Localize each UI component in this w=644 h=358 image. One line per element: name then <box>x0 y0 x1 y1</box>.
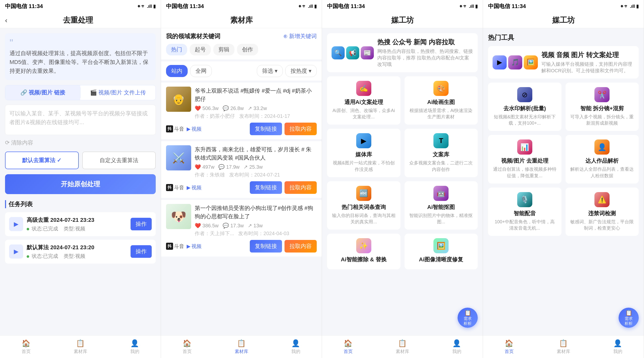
filter-web[interactable]: 全网 <box>190 65 212 77</box>
feature-copy-lib[interactable]: T 文案库 众多视频文案合集，二进行二次内容创作 <box>405 129 478 177</box>
nav-materials-2[interactable]: 📋 素材库 <box>235 339 248 354</box>
feature-ai-cutout[interactable]: 🤖 Ai智能抠图 智能识别照片中的物体，精准抠图... <box>405 181 478 230</box>
clear-btn[interactable]: ⟳ 清除内容 <box>5 139 156 147</box>
keyword-tag-3[interactable]: 创作 <box>237 44 258 55</box>
fab-demand-4[interactable]: 📋 需求析析 <box>619 308 639 328</box>
ai-cutout-name: Ai智能抠图 <box>427 203 455 211</box>
content-top-1: ⚔️ 东升西落，南来北往，雄爱可抵，岁月漫长 # 朱铁雄式国风变装 #国风合伙人… <box>166 145 317 178</box>
nav-home-3[interactable]: 🏠 首页 <box>344 339 353 354</box>
copy-btn-2[interactable]: 复制链接 <box>250 240 282 253</box>
ai-cutout-icon: 🤖 <box>433 186 449 201</box>
keyword-tag-2[interactable]: 剪辑 <box>213 44 234 55</box>
nav-profile-4[interactable]: 👤 我的 <box>613 339 622 354</box>
content-desc-2: 第一个因推销员受害的小狗出现了#创作灵感 #狗狗的心思都写在脸上了 <box>195 204 317 221</box>
extract-btn-2[interactable]: 拉取内容 <box>285 240 317 253</box>
feature-hot-terms[interactable]: 🔤 热门相关词条查询 输入你的目标词条，查询与其相关的真实用... <box>327 181 400 230</box>
feature-ai-clarity[interactable]: 🖼️ Ai图像清晰度修复 <box>405 234 478 269</box>
custom-algo-btn[interactable]: 自定义去重算法 <box>82 152 156 169</box>
keyword-tag-0[interactable]: 热门 <box>166 44 187 55</box>
copy-btn-0[interactable]: 复制链接 <box>250 123 282 135</box>
nav-home-1[interactable]: 🏠 首页 <box>22 339 31 354</box>
ai-erase-name: Ai智能擦除 & 替换 <box>341 256 387 263</box>
task-op-btn-0[interactable]: 操作 <box>131 218 152 230</box>
hot-terms-desc: 输入你的目标词条，查询与其相关的真实用... <box>332 212 396 225</box>
page-title-4: 媒工坊 <box>488 15 639 25</box>
feature-media-lib[interactable]: ▶ 媒体库 视频&图片一站式搜索，不怕创作没灵感 <box>327 129 400 177</box>
feature-banned-words[interactable]: ⚠️ 违禁词检测 敏感词、新广告法规范，平台限制词，检查更安心 <box>566 188 639 236</box>
task-op-btn-1[interactable]: 操作 <box>131 245 152 258</box>
nav-materials-label-3: 素材库 <box>396 348 409 354</box>
kol-analysis-desc: 解析达人全部作品列表，查看达人粉丝数据 <box>570 166 634 179</box>
filter-screen-dropdown[interactable]: 筛选 ▾ <box>257 65 283 77</box>
default-algo-btn[interactable]: 默认去重算法 ✓ <box>5 152 79 169</box>
filter-insite[interactable]: 站内 <box>166 65 188 77</box>
extract-btn-1[interactable]: 拉取内容 <box>285 181 317 194</box>
ai-draw-desc: 根据描述场景需求，Ai快速渲染生产图片素材 <box>409 108 473 120</box>
feature-smart-voice[interactable]: 🎙️ 智能配音 100+中配音角色，听中情，高清发音毫无机... <box>488 188 561 236</box>
keyword-tag-1[interactable]: 起号 <box>190 44 211 55</box>
fab-label-4: 需求析析 <box>625 316 633 326</box>
content-text-2: 第一个因推销员受害的小狗出现了#创作灵感 #狗狗的心思都写在脸上了 ❤️ 386… <box>195 204 317 237</box>
video-convert-banner[interactable]: ▶ 🎵 🖼️ 视频 音频 图片 转文案处理 可输入媒体平台视频链接，支持图片内容… <box>488 46 639 79</box>
start-process-btn[interactable]: 开始原创处理 <box>5 174 156 194</box>
panel-body-4: 热门工具 ▶ 🎵 🖼️ 视频 音频 图片 转文案处理 可输入媒体平台视频链接，支… <box>483 28 644 335</box>
tab-link[interactable]: 🔗 视频/图片 链接 <box>5 85 80 100</box>
feature-ai-erase[interactable]: ✨ Ai智能擦除 & 替换 <box>327 234 400 269</box>
bottom-nav-1: 🏠 首页 📋 素材库 👤 我的 <box>0 335 161 358</box>
nav-home-2[interactable]: 🏠 首页 <box>183 339 192 354</box>
nav-home-label-2: 首页 <box>183 348 192 354</box>
nav-profile-3[interactable]: 👤 我的 <box>452 339 461 354</box>
page-title-3: 媒工坊 <box>327 15 478 25</box>
feature-kol-analysis[interactable]: 👤 达人作品解析 解析达人全部作品列表，查看达人粉丝数据 <box>566 135 639 183</box>
panel-medialab1: 中国电信 11:34 ◎ ᯤ .ıll ▮ 媒工坊 🔍 📢 📰 热搜 公众号 新… <box>322 0 483 358</box>
tab-file[interactable]: 🎬 视频/图片 文件上传 <box>80 85 155 100</box>
feature-split-mix[interactable]: ✂️ 智能 拆分镜+混剪 可导入多个视频，拆分镜头，重新混剪成新视频 <box>566 83 639 131</box>
hot-search-banner[interactable]: 🔍 📢 📰 热搜 公众号 新闻 内容拉取 网络热点内容拉取，热搜榜、热词搜索、链… <box>327 33 478 72</box>
platform-icon-1: 抖 <box>166 184 173 191</box>
split-mix-icon: ✂️ <box>594 87 610 102</box>
back-button[interactable]: ‹ <box>5 16 7 24</box>
feature-ai-copywrite[interactable]: ✍️ 通用Ai文案处理 Ai原创、润色、改编等，众多Ai文案处理... <box>327 76 400 125</box>
task-item-0: ▶ 高级去重 2024-07-21 23:23 状态:已完成 类型:视频 操作 <box>5 212 156 236</box>
nav-materials-3[interactable]: 📋 素材库 <box>396 339 409 354</box>
hot-terms-name: 热门相关词条查询 <box>342 203 386 211</box>
feature-dedup2[interactable]: 📊 视频/图片 去重处理 通过自创算法，修改视频多种特征值，降低重复... <box>488 135 561 183</box>
panel-medialab2: 中国电信 11:34 ◎ ᯤ .ıll ▮ 媒工坊 热门工具 ▶ 🎵 🖼️ 视频… <box>483 0 644 358</box>
hot-tools-title: 热门工具 <box>488 33 639 42</box>
ai-cutout-desc: 智能识别照片中的物体，精准抠图... <box>409 212 473 225</box>
panel-body-3: 🔍 📢 📰 热搜 公众号 新闻 内容拉取 网络热点内容拉取，热搜榜、热词搜索、链… <box>322 28 483 335</box>
content-bottom-2: 抖 斗音 ▶ 视频 复制链接 拉取内容 <box>166 240 317 253</box>
feature-ai-draw[interactable]: 🎨 Ai绘画生图 根据描述场景需求，Ai快速渲染生产图片素材 <box>405 76 478 125</box>
extract-btn-0[interactable]: 拉取内容 <box>285 123 317 135</box>
platform-badge-0: 抖 斗音 <box>166 125 184 132</box>
status-bar-1: 中国电信 11:34 ◎ ᯤ .ıll ▮ <box>0 0 161 13</box>
materials-icon-4: 📋 <box>559 339 568 347</box>
task-status-0: 状态:已完成 类型:视频 <box>27 225 127 232</box>
copy-btn-1[interactable]: 复制链接 <box>250 181 282 194</box>
nav-profile-1[interactable]: 👤 我的 <box>130 339 139 354</box>
watermark-icon: ⊘ <box>517 87 532 102</box>
filter-sort-dropdown[interactable]: 按热度 ▾ <box>285 65 317 77</box>
panel-header-2: 素材库 <box>161 13 322 28</box>
media-lib-desc: 视频&图片一站式搜索，不怕创作没灵感 <box>332 160 396 172</box>
panel-materials: 中国电信 11:34 ◎ ᯤ .ıll ▮ 素材库 我的领域素材关键词 ⊕ 新增… <box>161 0 322 358</box>
nav-materials-1[interactable]: 📋 素材库 <box>74 339 87 354</box>
content-thumb-0: 👴 <box>166 87 191 112</box>
nav-home-4[interactable]: 🏠 首页 <box>505 339 514 354</box>
content-desc-0: 爷爷上双眼不说话 #甄嬛传 #爱一点 #dj #奶茶小肥仔 <box>195 87 317 103</box>
panel-body-2: 我的领域素材关键词 ⊕ 新增关键词 热门 起号 剪辑 创作 站内 全网 筛选 ▾… <box>161 28 322 335</box>
task-icon-0: ▶ <box>9 217 23 231</box>
hot-tools-grid: ⊘ 去水印解析(批量) 短视频&图文素材无水印解析下载，支持100+... ✂️… <box>488 83 639 236</box>
nav-profile-2[interactable]: 👤 我的 <box>291 339 300 354</box>
split-mix-desc: 可导入多个视频，拆分镜头，重新混剪成新视频 <box>570 114 634 126</box>
page-title-2: 素材库 <box>166 15 317 25</box>
nav-materials-4[interactable]: 📋 素材库 <box>557 339 570 354</box>
clear-label: 清除内容 <box>11 139 33 147</box>
nav-materials-label-1: 素材库 <box>74 348 87 354</box>
feature-watermark[interactable]: ⊘ 去水印解析(批量) 短视频&图文素材无水印解析下载，支持100+... <box>488 83 561 131</box>
url-input-area[interactable]: 可以输入某音、某手、某视频号等平台的视频分享链接或者图片&视频的在线链接均可..… <box>5 105 156 135</box>
add-keyword-btn[interactable]: ⊕ 新增关键词 <box>283 32 317 40</box>
bottom-nav-2: 🏠 首页 📋 素材库 👤 我的 <box>161 335 322 358</box>
fab-demand-3[interactable]: 📋 需求析析 <box>458 308 478 328</box>
type-badge-0: ▶ 视频 <box>187 126 202 132</box>
